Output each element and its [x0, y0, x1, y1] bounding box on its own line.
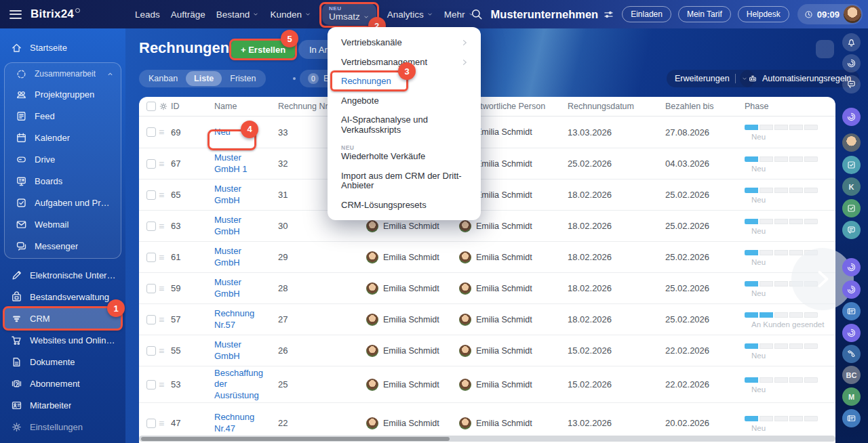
menu-item-rechnungen[interactable]: Rechnungen3 — [328, 72, 481, 91]
scroll-right-button[interactable] — [791, 248, 854, 310]
responsible-name[interactable]: Emilia Schmidt — [476, 346, 532, 356]
horizontal-scrollbar[interactable] — [139, 436, 835, 442]
table-row[interactable]: ≡57Rechnung Nr.5727Emilia SchmidtEmilia … — [139, 304, 835, 335]
search-icon[interactable] — [471, 8, 483, 20]
row-checkbox[interactable] — [146, 346, 156, 356]
invoice-name-link[interactable]: Rechnung Nr.57 — [214, 308, 269, 331]
sidebar-item-messenger[interactable]: Messenger — [5, 235, 121, 257]
sidebar-item-zusammenarbeit[interactable]: Zusammenarbeit — [5, 64, 121, 83]
user-avatar[interactable] — [844, 5, 861, 23]
nav-item-aufträge[interactable]: Aufträge — [171, 9, 205, 20]
row-checkbox[interactable] — [146, 315, 156, 324]
row-checkbox[interactable] — [146, 222, 156, 231]
hamburger-menu-button[interactable] — [9, 10, 22, 19]
phase-progress-bar[interactable] — [745, 343, 818, 349]
rail-chat-m-button[interactable]: M — [842, 387, 861, 406]
sidebar-item-bestandsverwaltung[interactable]: Bestandsverwaltung — [0, 286, 125, 308]
invoice-name-link[interactable]: Muster GmbH 1 — [214, 152, 269, 175]
responsible-name[interactable]: Emilia Schmidt — [476, 315, 532, 324]
phase-progress-bar[interactable] — [745, 188, 818, 193]
create-button[interactable]: + Erstellen5 — [231, 40, 295, 59]
nav-item-leads[interactable]: Leads — [135, 9, 160, 20]
rail-spiral-button[interactable] — [842, 54, 861, 72]
phase-progress-bar[interactable] — [745, 377, 818, 383]
sidebar-item-projektgruppen[interactable]: Projektgruppen — [5, 83, 121, 105]
mein-tarif-button[interactable]: Mein Tarif — [678, 6, 731, 22]
settings-gear-button[interactable] — [816, 40, 834, 58]
phase-progress-bar[interactable] — [745, 312, 818, 318]
table-row[interactable]: ≡67Muster GmbH 132Emilia SchmidtEmilia S… — [139, 148, 835, 180]
sidebar-item-crm[interactable]: CRM1 — [4, 308, 121, 329]
col-pay-until[interactable]: Bezahlen bis — [665, 102, 745, 111]
table-row[interactable]: ≡69Neu433Emilia SchmidtEmilia Schmidt13.… — [139, 117, 835, 148]
responsible-name[interactable]: Emilia Schmidt — [476, 284, 532, 293]
phase-progress-bar[interactable] — [745, 416, 818, 421]
drag-handle-icon[interactable]: ≡ — [159, 221, 171, 232]
created-by-name[interactable]: Emilia Schmidt — [383, 315, 439, 324]
row-checkbox[interactable] — [146, 284, 156, 293]
automation-rules-button[interactable]: Automatisierungsregeln — [740, 70, 859, 87]
sidebar-item-aufgaben-und-projek[interactable]: Aufgaben und Projek... — [5, 192, 121, 213]
sidebar-item-webmail[interactable]: Webmail — [5, 213, 121, 235]
sidebar-item-dokumente[interactable]: Dokumente — [0, 351, 125, 373]
responsible-name[interactable]: Emilia Schmidt — [476, 419, 532, 428]
company-selector[interactable]: Musterunternehmen — [491, 8, 614, 21]
phase-progress-bar[interactable] — [745, 156, 818, 162]
row-checkbox[interactable] — [146, 380, 156, 389]
created-by-name[interactable]: Emilia Schmidt — [383, 346, 439, 356]
rail-spiral-button[interactable] — [842, 280, 861, 299]
created-by-name[interactable]: Emilia Schmidt — [383, 419, 439, 428]
invoice-name-link[interactable]: Beschaffung der Ausrüstung — [214, 368, 269, 402]
sidebar-item-elektronische-untersc[interactable]: Elektronische Untersc... — [0, 264, 125, 286]
sidebar-item-boards[interactable]: Boards — [5, 170, 121, 192]
nav-item-bestand[interactable]: Bestand — [216, 9, 260, 20]
rail-spiral-button[interactable] — [842, 324, 861, 342]
drag-handle-icon[interactable]: ≡ — [159, 379, 171, 390]
sidebar-item-websites-und-onlines[interactable]: Websites und Onlines... — [0, 329, 125, 351]
phase-progress-bar[interactable] — [745, 125, 818, 130]
drag-handle-icon[interactable]: ≡ — [159, 252, 171, 263]
col-id[interactable]: ID — [171, 102, 214, 111]
menu-item-angebote[interactable]: Angebote — [328, 91, 481, 111]
nav-item-umsatz[interactable]: NEUUmsatz2 — [322, 3, 376, 25]
created-by-name[interactable]: Emilia Schmidt — [383, 253, 439, 262]
rail-chat-bc-button[interactable]: BC — [842, 366, 861, 384]
invoice-name-link[interactable]: Muster GmbH — [214, 339, 269, 362]
col-invoice-date[interactable]: Rechnungsdatum — [568, 102, 665, 111]
menu-item-ai-sprachanalyse-und-verkaufsskripts[interactable]: AI-Sprachanalyse und Verkaufsskripts — [328, 110, 481, 140]
drag-handle-icon[interactable]: ≡ — [159, 418, 171, 429]
menu-item-wiederholte-verkäufe[interactable]: NEUWiederholte Verkäufe — [328, 140, 481, 167]
drag-handle-icon[interactable]: ≡ — [159, 190, 171, 201]
rail-bell-button[interactable] — [842, 33, 861, 51]
responsible-name[interactable]: Emilia Schmidt — [476, 159, 532, 169]
sidebar-item-startseite[interactable]: Startseite — [0, 37, 125, 58]
menu-item-vertriebsmanagement[interactable]: Vertriebsmanagement — [328, 53, 481, 72]
invoice-name-link[interactable]: Neu — [214, 127, 231, 138]
menu-item-import-aus-dem-crm-der-dritt-anbieter[interactable]: Import aus dem CRM der Dritt-Anbieter — [328, 167, 481, 196]
tab-liste[interactable]: Liste — [186, 71, 222, 86]
responsible-name[interactable]: Emilia Schmidt — [476, 222, 532, 231]
column-settings-gear-icon[interactable] — [159, 102, 168, 111]
rail-check-card-button[interactable] — [842, 199, 861, 217]
created-by-name[interactable]: Emilia Schmidt — [383, 380, 439, 389]
responsible-name[interactable]: Emilia Schmidt — [476, 190, 532, 200]
responsible-name[interactable]: Emilia Schmidt — [476, 380, 532, 389]
helpdesk-button[interactable]: Helpdesk — [738, 6, 789, 22]
invoice-name-link[interactable]: Muster GmbH — [214, 277, 269, 299]
row-checkbox[interactable] — [146, 419, 156, 428]
row-checkbox[interactable] — [146, 253, 156, 262]
responsible-name[interactable]: Emilia Schmidt — [476, 127, 532, 137]
rail-spiral-button[interactable] — [842, 258, 861, 276]
created-by-name[interactable]: Emilia Schmidt — [383, 284, 439, 293]
invoice-name-link[interactable]: Muster GmbH — [214, 184, 269, 206]
row-checkbox[interactable] — [146, 159, 156, 169]
tab-fristen[interactable]: Fristen — [222, 71, 264, 86]
menu-item-vertriebskanäle[interactable]: Vertriebskanäle — [328, 33, 481, 53]
rail-chat-lines-button[interactable] — [842, 221, 861, 239]
created-by-name[interactable]: Emilia Schmidt — [383, 222, 439, 231]
phase-progress-bar[interactable] — [745, 219, 818, 224]
rail-id-card-button[interactable] — [842, 409, 861, 427]
timer-widget[interactable]: 09:09 — [797, 4, 863, 24]
sidebar-item-kalender[interactable]: Kalender — [5, 127, 121, 148]
col-phase[interactable]: Phase — [745, 102, 835, 111]
